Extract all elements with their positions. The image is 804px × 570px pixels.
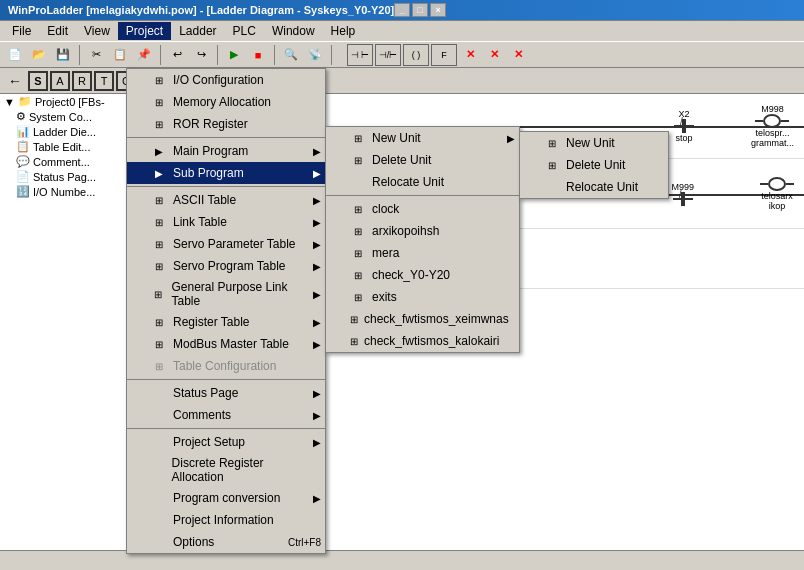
submenu-check-y0-y20[interactable]: ⊞ check_Y0-Y20 bbox=[326, 264, 519, 286]
newunit-relocate-unit[interactable]: Relocate Unit bbox=[520, 176, 668, 198]
menu-project[interactable]: Project bbox=[118, 22, 171, 40]
tree-item-comment[interactable]: 💬 Comment... bbox=[0, 154, 129, 169]
copy-button[interactable]: 📋 bbox=[109, 44, 131, 66]
menu-servo-param[interactable]: ⊞ Servo Parameter Table ▶ bbox=[127, 233, 325, 255]
ladder-arrow-button[interactable]: ← bbox=[4, 70, 26, 92]
menu-ror-register[interactable]: ⊞ ROR Register bbox=[127, 113, 325, 135]
tree-icon-ladder: 📊 bbox=[16, 125, 30, 138]
newunit-new-unit[interactable]: ⊞ New Unit bbox=[520, 132, 668, 154]
tree-item-project0[interactable]: ▼ 📁 Project0 [FBs- bbox=[0, 94, 129, 109]
tree-item-ladder-die[interactable]: 📊 Ladder Die... bbox=[0, 124, 129, 139]
tree-item-io-number[interactable]: 🔢 I/O Numbe... bbox=[0, 184, 129, 199]
ror-register-label: ROR Register bbox=[173, 117, 248, 131]
redo-button[interactable]: ↪ bbox=[190, 44, 212, 66]
menu-sep1 bbox=[127, 137, 325, 138]
close-button[interactable]: × bbox=[430, 3, 446, 17]
ladder-a-button[interactable]: A bbox=[50, 71, 70, 91]
menu-modbus-master[interactable]: ⊞ ModBus Master Table ▶ bbox=[127, 333, 325, 355]
menu-edit[interactable]: Edit bbox=[39, 22, 76, 40]
minimize-button[interactable]: _ bbox=[394, 3, 410, 17]
sub-program-label: Sub Program bbox=[173, 166, 244, 180]
open-button[interactable]: 📂 bbox=[28, 44, 50, 66]
new-unit-label: New Unit bbox=[372, 131, 421, 145]
stop-button[interactable]: ■ bbox=[247, 44, 269, 66]
run-button[interactable]: ▶ bbox=[223, 44, 245, 66]
submenu-delete-unit[interactable]: ⊞ Delete Unit bbox=[326, 149, 519, 171]
tree-label-comment: Comment... bbox=[33, 156, 90, 168]
submenu-exits[interactable]: ⊞ exits bbox=[326, 286, 519, 308]
menu-main-program[interactable]: ▶ Main Program ▶ bbox=[127, 140, 325, 162]
ladder-t-button[interactable]: T bbox=[94, 71, 114, 91]
new-button[interactable]: 📄 bbox=[4, 44, 26, 66]
ladder-s-button[interactable]: S bbox=[28, 71, 48, 91]
menu-discrete-reg[interactable]: Discrete Register Allocation bbox=[127, 453, 325, 487]
submenu-arxikopoihsh[interactable]: ⊞ arxikopoihsh bbox=[326, 220, 519, 242]
submenu-new-unit[interactable]: ⊞ New Unit ▶ bbox=[326, 127, 519, 149]
titlebar-title: WinProLadder [melagiakydwhi.pow] - [Ladd… bbox=[8, 4, 394, 16]
menu-prog-convert[interactable]: Program conversion ▶ bbox=[127, 487, 325, 509]
menu-memory-alloc[interactable]: ⊞ Memory Allocation bbox=[127, 91, 325, 113]
contact-nc-button[interactable]: ⊣/⊢ bbox=[375, 44, 401, 66]
menu-project-info[interactable]: Project Information bbox=[127, 509, 325, 531]
menu-register-table[interactable]: ⊞ Register Table ▶ bbox=[127, 311, 325, 333]
paste-button[interactable]: 📌 bbox=[133, 44, 155, 66]
submenu-check-fwtismos-kalokairi[interactable]: ⊞ check_fwtismos_kalokairi bbox=[326, 330, 519, 352]
undo-button[interactable]: ↩ bbox=[166, 44, 188, 66]
menu-gp-link[interactable]: ⊞ General Purpose Link Table ▶ bbox=[127, 277, 325, 311]
contact-no-button[interactable]: ⊣ ⊢ bbox=[347, 44, 373, 66]
status-page-label: Status Page bbox=[173, 386, 238, 400]
newunit-new-label: New Unit bbox=[566, 136, 615, 150]
tree-item-system-co[interactable]: ⚙ System Co... bbox=[0, 109, 129, 124]
tree-item-status-pag[interactable]: 📄 Status Pag... bbox=[0, 169, 129, 184]
maximize-button[interactable]: □ bbox=[412, 3, 428, 17]
menu-link-table[interactable]: ⊞ Link Table ▶ bbox=[127, 211, 325, 233]
submenu-mera[interactable]: ⊞ mera bbox=[326, 242, 519, 264]
gp-link-label: General Purpose Link Table bbox=[171, 280, 305, 308]
fbox-button[interactable]: F bbox=[431, 44, 457, 66]
submenu-relocate-unit[interactable]: Relocate Unit bbox=[326, 171, 519, 193]
menu-comments[interactable]: Comments ▶ bbox=[127, 404, 325, 426]
menu-ascii-table[interactable]: ⊞ ASCII Table ▶ bbox=[127, 189, 325, 211]
submenu-clock[interactable]: ⊞ clock bbox=[326, 198, 519, 220]
menu-project-setup[interactable]: Project Setup ▶ bbox=[127, 431, 325, 453]
ascii-table-arrow: ▶ bbox=[313, 195, 321, 206]
ladder-r-button[interactable]: R bbox=[72, 71, 92, 91]
coil-m998: M998 telospr... grammat... bbox=[751, 104, 794, 148]
close-x-button[interactable]: ✕ bbox=[459, 44, 481, 66]
titlebar-controls[interactable]: _ □ × bbox=[394, 3, 446, 17]
menu-servo-prog[interactable]: ⊞ Servo Program Table ▶ bbox=[127, 255, 325, 277]
prog-convert-label: Program conversion bbox=[173, 491, 280, 505]
menu-file[interactable]: File bbox=[4, 22, 39, 40]
tree-item-table-edit[interactable]: 📋 Table Edit... bbox=[0, 139, 129, 154]
menu-status-page[interactable]: Status Page ▶ bbox=[127, 382, 325, 404]
comments-label: Comments bbox=[173, 408, 231, 422]
search-button[interactable]: 🔍 bbox=[280, 44, 302, 66]
status-page-arrow: ▶ bbox=[313, 388, 321, 399]
servo-prog-icon: ⊞ bbox=[151, 258, 167, 274]
subprogram-menu: ⊞ New Unit ▶ ⊞ Delete Unit Relocate Unit… bbox=[325, 126, 520, 353]
newunit-menu: ⊞ New Unit ⊞ Delete Unit Relocate Unit bbox=[519, 131, 669, 199]
save-button[interactable]: 💾 bbox=[52, 44, 74, 66]
menu-plc[interactable]: PLC bbox=[225, 22, 264, 40]
menu-ladder[interactable]: Ladder bbox=[171, 22, 224, 40]
contact-x2: X2 / stop bbox=[674, 109, 694, 143]
menu-help[interactable]: Help bbox=[323, 22, 364, 40]
menu-io-config[interactable]: ⊞ I/O Configuration bbox=[127, 69, 325, 91]
menu-view[interactable]: View bbox=[76, 22, 118, 40]
check-fwtismos-kalokairi-label: check_fwtismos_kalokairi bbox=[364, 334, 499, 348]
toolbar2: ← S A R T C E ✕ ✕ ✕ bbox=[0, 68, 804, 94]
menubar: File Edit View Project Ladder PLC Window… bbox=[0, 20, 804, 42]
close-x2-button[interactable]: ✕ bbox=[483, 44, 505, 66]
close-x3-button[interactable]: ✕ bbox=[507, 44, 529, 66]
coil-button[interactable]: ( ) bbox=[403, 44, 429, 66]
newunit-delete-unit[interactable]: ⊞ Delete Unit bbox=[520, 154, 668, 176]
sep5 bbox=[331, 45, 332, 65]
menu-window[interactable]: Window bbox=[264, 22, 323, 40]
menu-sub-program[interactable]: ▶ Sub Program ▶ bbox=[127, 162, 325, 184]
menu-options[interactable]: Options Ctrl+F8 bbox=[127, 531, 325, 553]
prog-convert-arrow: ▶ bbox=[313, 493, 321, 504]
monitor-button[interactable]: 📡 bbox=[304, 44, 326, 66]
tree-icon-status: 📄 bbox=[16, 170, 30, 183]
cut-button[interactable]: ✂ bbox=[85, 44, 107, 66]
submenu-check-fwtismos-xeimwnas[interactable]: ⊞ check_fwtismos_xeimwnas bbox=[326, 308, 519, 330]
